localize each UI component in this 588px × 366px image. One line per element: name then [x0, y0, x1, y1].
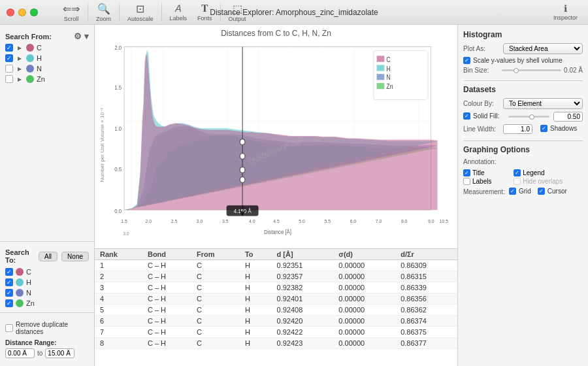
- panel-divider-2: [463, 141, 583, 141]
- expand-from-N[interactable]: ▶: [16, 65, 24, 73]
- checkbox-from-H[interactable]: ✓: [5, 54, 13, 62]
- cell-to: H: [240, 327, 272, 338]
- checkbox-from-N[interactable]: [5, 65, 13, 73]
- shadows-checkbox[interactable]: ✓: [540, 125, 547, 132]
- cursor-checkbox[interactable]: ✓: [538, 188, 545, 195]
- inspector-button[interactable]: ℹ Inspector: [549, 2, 581, 22]
- autoscale-icon: ⊡: [136, 3, 144, 15]
- checkbox-to-H[interactable]: ✓: [5, 278, 13, 286]
- chart-svg[interactable]: 0.0 0.5 1.0 1.5 2.0 Number per Unit Volu…: [99, 39, 453, 243]
- scale-checkbox[interactable]: ✓: [463, 57, 470, 64]
- title-annotation[interactable]: ✓ Title: [463, 169, 512, 176]
- cell-from: C: [191, 282, 240, 293]
- cursor-row[interactable]: ✓ Cursor: [538, 188, 567, 195]
- cell-sigma: 0.00000: [333, 305, 395, 316]
- checkbox-to-Zn[interactable]: ✓: [5, 299, 13, 307]
- expand-from-H[interactable]: ▶: [16, 54, 24, 62]
- search-to-item-N[interactable]: ✓ N: [0, 288, 94, 298]
- range-to-input[interactable]: [45, 348, 74, 358]
- solid-fill-input[interactable]: [553, 112, 583, 122]
- zoom-tool[interactable]: 🔍 Zoom: [92, 1, 115, 24]
- bin-size-slider-thumb[interactable]: [514, 68, 519, 73]
- cell-to: H: [240, 338, 272, 349]
- table-row[interactable]: 4 C – H C H 0.92401 0.00000 0.86356: [95, 293, 457, 305]
- search-from-item-Zn[interactable]: ▶ Zn: [0, 74, 94, 84]
- cell-ratio: 0.86362: [395, 305, 457, 316]
- range-from-input[interactable]: [5, 348, 35, 358]
- scale-checkbox-row[interactable]: ✓ Scale y-values by shell volume: [463, 57, 583, 64]
- annotation-label: Annotation:: [463, 158, 499, 165]
- search-from-item-N[interactable]: ▶ N: [0, 63, 94, 74]
- solid-fill-label: Solid Fill:: [473, 112, 500, 120]
- cell-d: 0.92408: [272, 305, 334, 316]
- all-button[interactable]: All: [39, 252, 57, 261]
- checkbox-from-C[interactable]: ✓: [5, 44, 13, 52]
- checkbox-remove-dup[interactable]: [5, 324, 13, 332]
- none-button[interactable]: None: [61, 252, 89, 261]
- hide-overlaps-checkbox[interactable]: [514, 178, 521, 185]
- remove-duplicates-label: Remove duplicate distances: [16, 321, 89, 335]
- cell-bond: C – H: [142, 305, 191, 316]
- checkbox-to-N[interactable]: ✓: [5, 289, 13, 297]
- title-checkbox[interactable]: ✓: [463, 169, 470, 176]
- solid-fill-slider[interactable]: [508, 114, 549, 120]
- cell-rank: 2: [95, 271, 142, 282]
- grid-checkbox[interactable]: ✓: [509, 188, 516, 195]
- gear-icon[interactable]: ⚙ ▾: [74, 31, 89, 41]
- search-to-item-H[interactable]: ✓ H: [0, 277, 94, 288]
- chart-area[interactable]: Distances from C to C, H, N, Zn 0.0 0.5 …: [95, 25, 457, 248]
- solid-fill-slider-thumb[interactable]: [529, 114, 534, 120]
- cell-bond: C – H: [142, 293, 191, 305]
- labels-tool[interactable]: 𝘈 Labels: [166, 1, 191, 23]
- scroll-tool[interactable]: ⇐⇒ Scroll: [59, 1, 84, 24]
- labels-annotation[interactable]: Labels: [463, 178, 512, 185]
- search-from-item-C[interactable]: ✓ ▶ C: [0, 42, 94, 53]
- search-from-item-H[interactable]: ✓ ▶ H: [0, 53, 94, 63]
- table-area: Rank Bond From To d [Å] σ(d) d/Σr 1 C – …: [95, 248, 457, 366]
- bottom-section: Remove duplicate distances Distance Rang…: [0, 317, 94, 362]
- table-row[interactable]: 8 C – H C H 0.92423 0.00000 0.86377: [95, 338, 457, 349]
- center-panel: Distances from C to C, H, N, Zn 0.0 0.5 …: [95, 25, 457, 366]
- measurement-row: Measurement: ✓ Grid ✓ Cursor: [463, 188, 583, 196]
- cell-ratio: 0.86377: [395, 338, 457, 349]
- table-row[interactable]: 1 C – H C H 0.92351 0.00000 0.86309: [95, 260, 457, 271]
- col-sigma: σ(d): [333, 249, 395, 260]
- search-to-item-C[interactable]: ✓ C: [0, 267, 94, 277]
- legend-annotation[interactable]: ✓ Legend: [514, 169, 563, 176]
- search-to-item-Zn[interactable]: ✓ Zn: [0, 298, 94, 308]
- legend-checkbox[interactable]: ✓: [514, 169, 521, 176]
- cell-from: C: [191, 305, 240, 316]
- line-width-row: Line Width: ✓ Shadows: [463, 124, 583, 134]
- shadows-checkbox-row[interactable]: ✓ Shadows: [540, 125, 577, 132]
- colour-by-select[interactable]: To Element: [503, 98, 583, 109]
- cell-sigma: 0.00000: [333, 316, 395, 327]
- grid-row[interactable]: ✓ Grid: [509, 188, 531, 195]
- table-row[interactable]: 3 C – H C H 0.92382 0.00000 0.86339: [95, 282, 457, 293]
- table-row[interactable]: 5 C – H C H 0.92408 0.00000 0.86362: [95, 305, 457, 316]
- close-button[interactable]: [7, 8, 14, 16]
- svg-text:N: N: [386, 74, 390, 82]
- color-dot-to-C: [16, 268, 24, 276]
- solid-fill-checkbox[interactable]: ✓: [463, 112, 470, 120]
- checkbox-from-Zn[interactable]: [5, 75, 13, 83]
- bin-size-slider[interactable]: [502, 68, 561, 73]
- cell-bond: C – H: [142, 271, 191, 282]
- table-row[interactable]: 7 C – H C H 0.92422 0.00000 0.86375: [95, 327, 457, 338]
- line-width-input[interactable]: [503, 124, 532, 134]
- expand-from-C[interactable]: ▶: [16, 44, 24, 52]
- expand-from-Zn[interactable]: ▶: [16, 75, 24, 83]
- checkbox-to-C[interactable]: ✓: [5, 268, 13, 276]
- minimize-button[interactable]: [18, 8, 26, 16]
- annotation-options: ✓ Title ✓ Legend Labels Hide overlaps: [463, 169, 563, 185]
- autoscale-tool[interactable]: ⊡ Autoscale: [123, 1, 157, 24]
- solid-fill-checkbox-row[interactable]: ✓ Solid Fill:: [463, 112, 504, 120]
- table-row[interactable]: 2 C – H C H 0.92357 0.00000 0.86315: [95, 271, 457, 282]
- cell-sigma: 0.00000: [333, 282, 395, 293]
- table-row[interactable]: 6 C – H C H 0.92420 0.00000 0.86374: [95, 316, 457, 327]
- remove-duplicates-row[interactable]: Remove duplicate distances: [5, 321, 89, 335]
- plot-as-select[interactable]: Stacked Area: [503, 43, 583, 54]
- maximize-button[interactable]: [30, 8, 38, 16]
- svg-rect-37: [377, 74, 385, 80]
- labels-checkbox[interactable]: [463, 178, 470, 185]
- hide-overlaps-annotation[interactable]: Hide overlaps: [514, 178, 563, 185]
